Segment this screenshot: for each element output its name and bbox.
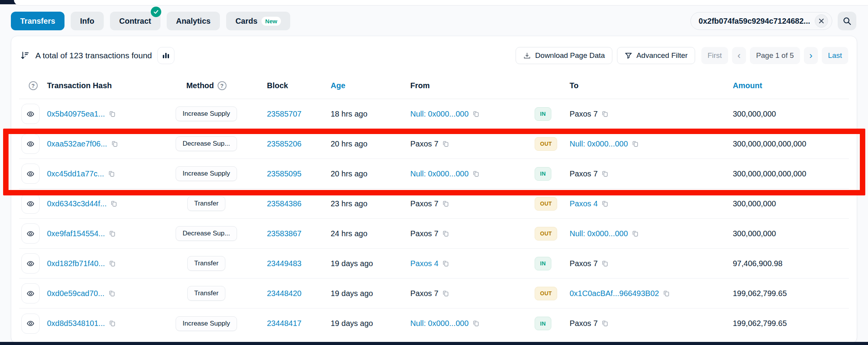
- download-page-data-button[interactable]: Download Page Data: [516, 47, 612, 64]
- from-address[interactable]: Null: 0x000...000: [410, 169, 469, 178]
- eye-icon: [26, 319, 35, 328]
- method-badge[interactable]: Transfer: [187, 256, 226, 271]
- from-address[interactable]: Paxos 7: [410, 139, 438, 148]
- copy-from-icon[interactable]: [442, 260, 450, 267]
- from-address[interactable]: Paxos 7: [410, 289, 438, 298]
- first-page-button[interactable]: First: [701, 47, 728, 64]
- to-address[interactable]: Null: 0x000...000: [570, 229, 628, 238]
- transaction-hash-link[interactable]: 0xe9faf154554...: [47, 229, 105, 238]
- from-address[interactable]: Null: 0x000...000: [410, 319, 469, 328]
- copy-hash-icon[interactable]: [110, 200, 118, 207]
- copy-to-icon[interactable]: [632, 230, 639, 237]
- block-link[interactable]: 23585095: [267, 169, 302, 178]
- col-transaction-hash: Transaction Hash: [47, 81, 156, 90]
- preview-transaction-button[interactable]: [21, 283, 40, 303]
- copy-to-icon[interactable]: [601, 260, 609, 267]
- preview-transaction-button[interactable]: [21, 314, 40, 334]
- tab-contract[interactable]: Contract: [110, 12, 160, 30]
- age-cell: 19 days ago: [331, 319, 410, 328]
- copy-from-icon[interactable]: [442, 140, 450, 148]
- block-link[interactable]: 23585707: [267, 110, 302, 118]
- block-link[interactable]: 23449483: [267, 259, 302, 268]
- to-address[interactable]: 0x1C0acBAf...966493B02: [570, 289, 659, 298]
- copy-from-icon[interactable]: [472, 170, 480, 178]
- help-icon[interactable]: ?: [29, 81, 38, 90]
- method-badge[interactable]: Increase Supply: [176, 316, 237, 331]
- search-button[interactable]: [838, 12, 856, 30]
- copy-hash-icon[interactable]: [109, 260, 116, 267]
- copy-from-icon[interactable]: [472, 110, 480, 118]
- block-link[interactable]: 23584386: [267, 199, 302, 208]
- col-age[interactable]: Age: [331, 81, 410, 90]
- copy-from-icon[interactable]: [442, 290, 450, 297]
- copy-to-icon[interactable]: [601, 170, 609, 178]
- preview-transaction-button[interactable]: [21, 164, 40, 184]
- next-page-button[interactable]: ›: [804, 47, 818, 64]
- transaction-hash-link[interactable]: 0xd6343c3d44f...: [47, 199, 106, 208]
- copy-hash-icon[interactable]: [108, 170, 115, 178]
- copy-to-icon[interactable]: [601, 110, 609, 118]
- col-amount[interactable]: Amount: [733, 81, 849, 90]
- search-input[interactable]: 0x2fb074fa59c9294c7124682...: [690, 12, 832, 30]
- block-link[interactable]: 23448420: [267, 289, 302, 298]
- to-address[interactable]: Paxos 7: [570, 110, 598, 118]
- copy-from-icon[interactable]: [472, 320, 480, 327]
- from-address[interactable]: Paxos 4: [410, 259, 438, 268]
- transaction-hash-link[interactable]: 0xc45dd1a77c...: [47, 169, 104, 178]
- direction-cell: IN: [535, 317, 570, 330]
- copy-hash-icon[interactable]: [109, 110, 116, 118]
- method-cell: Decrease Sup...: [156, 136, 257, 151]
- copy-hash-icon[interactable]: [109, 230, 116, 237]
- method-badge[interactable]: Transfer: [187, 286, 226, 301]
- direction-badge: IN: [535, 257, 551, 270]
- preview-transaction-button[interactable]: [21, 134, 40, 154]
- copy-hash-icon[interactable]: [111, 140, 119, 148]
- copy-hash-icon[interactable]: [108, 290, 116, 297]
- to-address[interactable]: Paxos 7: [570, 259, 598, 268]
- method-badge[interactable]: Transfer: [187, 196, 226, 211]
- copy-from-icon[interactable]: [442, 200, 450, 207]
- copy-to-icon[interactable]: [601, 200, 609, 207]
- transaction-hash-link[interactable]: 0x5b40975ea1...: [47, 110, 105, 118]
- method-badge[interactable]: Increase Supply: [176, 106, 237, 121]
- copy-from-icon[interactable]: [442, 230, 450, 237]
- block-link[interactable]: 23583867: [267, 229, 302, 238]
- preview-transaction-button[interactable]: [21, 104, 40, 124]
- transaction-hash-link[interactable]: 0xaa532ae7f06...: [47, 139, 107, 148]
- preview-transaction-button[interactable]: [21, 253, 40, 274]
- preview-transaction-button[interactable]: [21, 193, 40, 214]
- advanced-filter-button[interactable]: Advanced Filter: [617, 47, 695, 64]
- chart-view-button[interactable]: [157, 47, 174, 64]
- transaction-hash-link[interactable]: 0xd182fb71f40...: [47, 259, 105, 268]
- method-help-icon[interactable]: ?: [218, 81, 227, 90]
- tab-cards[interactable]: Cards New: [226, 12, 291, 30]
- filter-icon: [624, 52, 633, 60]
- method-badge[interactable]: Increase Supply: [176, 166, 237, 181]
- tab-analytics[interactable]: Analytics: [167, 12, 220, 30]
- last-page-button[interactable]: Last: [822, 47, 848, 64]
- copy-to-icon[interactable]: [663, 290, 670, 297]
- copy-to-icon[interactable]: [601, 320, 609, 327]
- transaction-hash-link[interactable]: 0xd0e59cad70...: [47, 289, 105, 298]
- to-address[interactable]: Paxos 7: [570, 319, 598, 328]
- block-link[interactable]: 23448417: [267, 319, 302, 328]
- transaction-hash-link[interactable]: 0xd8d5348101...: [47, 319, 105, 328]
- from-address[interactable]: Paxos 7: [410, 199, 438, 208]
- method-badge[interactable]: Decrease Sup...: [176, 226, 237, 241]
- method-badge[interactable]: Decrease Sup...: [176, 136, 237, 151]
- to-address[interactable]: Paxos 4: [570, 199, 598, 208]
- table-row: 0xe9faf154554... Decrease Sup... 2358386…: [19, 219, 849, 249]
- from-address[interactable]: Paxos 7: [410, 229, 438, 238]
- tab-transfers[interactable]: Transfers: [11, 12, 64, 30]
- prev-page-button[interactable]: ‹: [732, 47, 746, 64]
- copy-to-icon[interactable]: [632, 140, 639, 148]
- eye-icon: [26, 260, 35, 268]
- to-address[interactable]: Paxos 7: [570, 169, 598, 178]
- tab-info[interactable]: Info: [71, 12, 104, 30]
- to-address[interactable]: Null: 0x000...000: [570, 139, 628, 148]
- copy-hash-icon[interactable]: [109, 320, 116, 327]
- clear-search-button[interactable]: [815, 14, 828, 28]
- from-address[interactable]: Null: 0x000...000: [410, 110, 469, 118]
- preview-transaction-button[interactable]: [21, 223, 40, 244]
- block-link[interactable]: 23585206: [267, 139, 302, 148]
